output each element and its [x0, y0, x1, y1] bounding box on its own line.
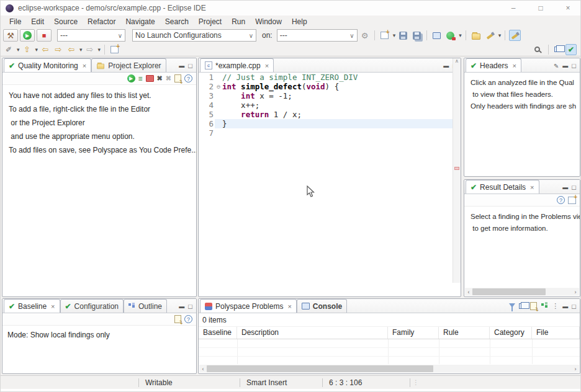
tab-configuration[interactable]: ✔ Configuration [60, 299, 124, 313]
menu-item[interactable]: File [4, 16, 26, 27]
tab-baseline[interactable]: ✔ Baseline × [4, 299, 60, 313]
code-line[interactable]: 2⊖int simple_defect(void) { [199, 82, 461, 91]
export-icon[interactable] [174, 74, 181, 82]
menu-item[interactable]: Search [160, 16, 194, 27]
code-line[interactable]: 6} [199, 119, 461, 128]
minimize-view-icon[interactable]: ▬ [562, 63, 568, 69]
maximize-view-icon[interactable]: □ [572, 62, 576, 69]
maximize-view-icon[interactable]: □ [188, 62, 192, 69]
save-all-button[interactable] [411, 30, 423, 41]
new-wizard-dropdown[interactable]: ▾ [393, 32, 396, 38]
overview-ruler-marker[interactable] [454, 167, 459, 170]
remove-icon[interactable]: ✖ [157, 74, 163, 82]
code-line[interactable]: 1// Just a simple INT_ZERO_DIV [199, 73, 461, 82]
minimize-button[interactable]: – [500, 1, 527, 16]
scroll-left-icon[interactable]: ‹ [199, 366, 207, 372]
previous-annotation-dropdown[interactable]: ▾ [35, 47, 38, 53]
code-editor[interactable]: 1// Just a simple INT_ZERO_DIV2⊖int simp… [199, 73, 461, 297]
open-resource-button[interactable] [470, 30, 482, 41]
title-bar[interactable]: eclipse-workspace - demo/src/example.cpp… [1, 1, 581, 16]
maximize-view-icon[interactable]: □ [572, 184, 576, 191]
scroll-left-icon[interactable]: ‹ [465, 289, 472, 295]
minimize-view-icon[interactable]: ▬ [179, 63, 184, 69]
result-details-hscrollbar[interactable]: ‹ › [465, 288, 579, 296]
menu-item[interactable]: Edit [26, 16, 49, 27]
external-tools-dropdown[interactable]: ▾ [498, 32, 502, 38]
next-annotation-dropdown[interactable]: ▾ [17, 47, 20, 53]
close-tab-icon[interactable]: × [530, 184, 534, 191]
run-analysis-button[interactable]: ▶ [20, 29, 35, 42]
close-tab-icon[interactable]: × [512, 62, 516, 69]
code-line[interactable]: 7 [199, 128, 461, 138]
open-console-button[interactable] [431, 30, 443, 41]
highlight-toggle-button[interactable] [509, 30, 521, 41]
stop-analysis-button[interactable]: ■ [37, 29, 52, 42]
code-line[interactable]: 5 return 1 / x; [199, 110, 461, 119]
forward-history-button[interactable]: ⇨ [53, 44, 64, 55]
filter-list-icon[interactable]: ≡ [138, 74, 143, 83]
minimize-view-icon[interactable]: ▬ [443, 63, 449, 69]
external-tools-button[interactable] [484, 30, 496, 41]
start-analysis-icon[interactable]: ▶ [127, 74, 135, 82]
previous-annotation-button[interactable]: ⇧ [22, 44, 33, 55]
scroll-right-icon[interactable]: › [572, 366, 579, 372]
column-header[interactable]: Rule [439, 327, 490, 339]
fold-collapse-icon[interactable]: ⊖ [215, 82, 222, 91]
menu-item[interactable]: Refactor [83, 16, 120, 27]
remove-file-icon[interactable] [146, 75, 154, 82]
load-baseline-icon[interactable] [174, 315, 181, 323]
menu-item[interactable]: Project [194, 16, 227, 27]
minimize-view-icon[interactable]: ▬ [179, 303, 184, 310]
next-annotation-button[interactable]: ✐ [3, 44, 14, 55]
problems-table-body[interactable] [199, 339, 580, 364]
maximize-button[interactable]: □ [527, 1, 554, 16]
forward-dropdown[interactable]: ▾ [98, 47, 101, 53]
scrollbar-thumb[interactable] [207, 365, 433, 372]
go-forward-button[interactable]: ⇨ [84, 44, 96, 55]
column-header[interactable]: Baseline [199, 327, 237, 339]
close-tab-icon[interactable]: × [83, 62, 86, 69]
open-in-window-icon[interactable] [568, 197, 576, 204]
column-header[interactable]: Description [237, 327, 388, 339]
tab-console[interactable]: Console [297, 299, 347, 313]
help-icon[interactable]: ? [184, 315, 192, 323]
pencil-icon[interactable]: ✎ [554, 63, 559, 69]
last-edit-location-button[interactable]: ⇦ [66, 44, 77, 55]
new-wizard-button[interactable] [379, 30, 390, 41]
group-view-icon[interactable] [519, 303, 526, 309]
minimize-view-icon[interactable]: ▬ [562, 303, 568, 310]
help-icon[interactable]: ? [184, 74, 192, 82]
problems-hscrollbar[interactable]: ‹ › [199, 365, 579, 373]
back-history-button[interactable]: ⇦ [40, 44, 51, 55]
build-config-combo[interactable]: --- ∨ [57, 29, 125, 42]
menu-item[interactable]: Source [49, 16, 83, 27]
tab-project-explorer[interactable]: Project Explorer [91, 58, 166, 72]
help-icon[interactable]: ? [557, 196, 565, 204]
close-tab-icon[interactable]: × [265, 62, 269, 69]
close-button[interactable]: × [554, 1, 581, 16]
scroll-up-icon[interactable]: ∧ [453, 58, 461, 66]
build-button[interactable]: ⚒ [3, 29, 18, 42]
open-perspective-button[interactable] [552, 44, 564, 55]
tab-outline[interactable]: Outline [124, 299, 167, 313]
scrollbar-thumb[interactable] [472, 288, 546, 295]
maximize-view-icon[interactable]: □ [188, 303, 192, 310]
launch-settings-button[interactable]: ⚙ [359, 30, 371, 41]
search-button[interactable] [533, 44, 544, 55]
scroll-right-icon[interactable]: › [572, 289, 579, 295]
column-header[interactable]: Family [388, 327, 439, 339]
save-button[interactable] [397, 30, 409, 41]
tab-polyspace-problems[interactable]: Polyspace Problems × [200, 299, 297, 313]
menu-item[interactable]: Run [227, 16, 250, 27]
remove-all-icon[interactable]: ✖ [166, 74, 171, 82]
menu-item[interactable]: Help [287, 16, 312, 27]
close-tab-icon[interactable]: × [287, 303, 291, 310]
launch-config-combo[interactable]: No Launch Configurations ∨ [132, 29, 256, 42]
view-menu-icon[interactable]: ⋮ [552, 302, 559, 310]
link-tree-icon[interactable] [541, 303, 548, 310]
pin-editor-button[interactable] [109, 44, 120, 55]
export-log-icon[interactable] [530, 302, 537, 310]
polyspace-perspective-button[interactable]: ✔ [565, 44, 577, 55]
tab-example-cpp[interactable]: c *example.cpp × [200, 58, 274, 72]
launch-target-combo[interactable]: --- ∨ [277, 29, 358, 42]
